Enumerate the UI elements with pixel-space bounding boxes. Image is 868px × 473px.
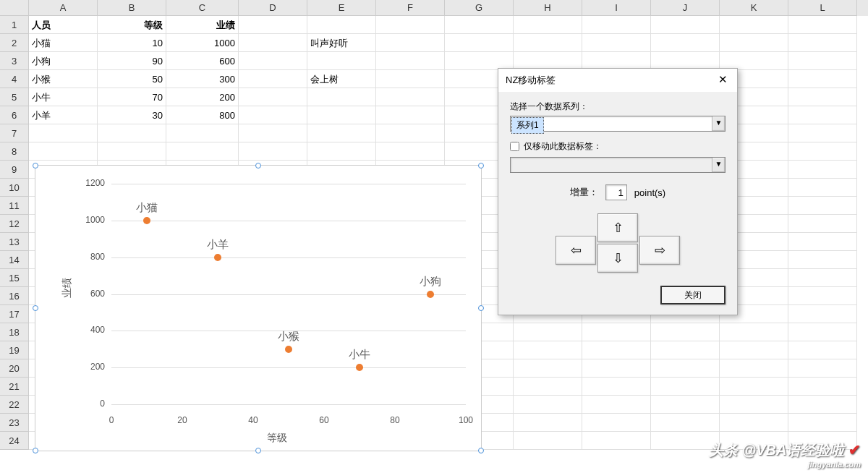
row-header-20[interactable]: 20: [0, 359, 29, 378]
data-label[interactable]: 小猴: [278, 330, 299, 344]
cell[interactable]: [514, 16, 582, 34]
cell[interactable]: [376, 124, 445, 142]
chart-object[interactable]: 业绩 等级 020040060080010001200020406080100小…: [35, 165, 482, 451]
row-header-16[interactable]: 16: [0, 287, 29, 305]
cell[interactable]: [788, 287, 857, 305]
resize-handle[interactable]: [33, 305, 38, 311]
row-header-19[interactable]: 19: [0, 341, 29, 359]
move-down-button[interactable]: ⇩: [597, 244, 638, 273]
cell-E3[interactable]: [307, 52, 376, 70]
col-header-J[interactable]: J: [651, 0, 720, 16]
col-header-K[interactable]: K: [720, 0, 788, 16]
cell[interactable]: [788, 251, 857, 269]
cell[interactable]: [788, 34, 857, 52]
cell[interactable]: [788, 179, 857, 197]
move-labels-dialog[interactable]: NZ移动标签 ✕ 选择一个数据系列： 系列1 ▼ 仅移动此数据标签： ▼ 增量：…: [498, 68, 738, 315]
cell[interactable]: [788, 197, 857, 215]
cell[interactable]: [239, 142, 307, 161]
cell-E4[interactable]: 会上树: [307, 70, 376, 88]
cell[interactable]: [582, 396, 651, 414]
cell[interactable]: [788, 124, 857, 142]
row-header-5[interactable]: 5: [0, 88, 29, 106]
row-header-12[interactable]: 12: [0, 215, 29, 233]
cell[interactable]: [651, 16, 720, 34]
cell[interactable]: [514, 414, 582, 432]
cell[interactable]: [788, 70, 857, 88]
col-header-G[interactable]: G: [445, 0, 514, 16]
cell[interactable]: [651, 414, 720, 432]
cell-E6[interactable]: [307, 106, 376, 124]
cell[interactable]: [376, 142, 445, 161]
cell[interactable]: [651, 359, 720, 378]
cell[interactable]: [720, 359, 788, 378]
row-header-1[interactable]: 1: [0, 16, 29, 34]
cell[interactable]: [788, 414, 857, 432]
row-header-3[interactable]: 3: [0, 52, 29, 70]
cell[interactable]: [582, 359, 651, 378]
cell[interactable]: [788, 106, 857, 124]
data-label[interactable]: 小牛: [349, 348, 370, 362]
chevron-down-icon[interactable]: ▼: [712, 158, 725, 172]
resize-handle[interactable]: [478, 305, 484, 311]
cell[interactable]: [788, 269, 857, 287]
only-this-label-checkbox[interactable]: [510, 142, 519, 151]
cell[interactable]: [788, 378, 857, 396]
col-header-A[interactable]: A: [29, 0, 98, 16]
dialog-titlebar[interactable]: NZ移动标签 ✕: [498, 69, 737, 92]
row-header-24[interactable]: 24: [0, 432, 29, 450]
row-header-13[interactable]: 13: [0, 233, 29, 251]
cell-A4[interactable]: 小猴: [29, 70, 98, 88]
close-icon[interactable]: ✕: [715, 73, 730, 88]
cell[interactable]: [788, 341, 857, 359]
cell-D1[interactable]: [239, 16, 307, 34]
cell-E2[interactable]: 叫声好听: [307, 34, 376, 52]
select-all-corner[interactable]: [0, 0, 29, 16]
cell[interactable]: [788, 323, 857, 341]
cell[interactable]: [307, 142, 376, 161]
cell-A6[interactable]: 小羊: [29, 106, 98, 124]
data-label[interactable]: 小狗: [420, 275, 441, 289]
cell[interactable]: [514, 359, 582, 378]
label-select[interactable]: ▼: [510, 157, 726, 173]
cell[interactable]: [720, 341, 788, 359]
cell[interactable]: [514, 432, 582, 450]
move-up-button[interactable]: ⇧: [597, 213, 638, 242]
cell[interactable]: [651, 396, 720, 414]
cell[interactable]: [651, 341, 720, 359]
move-left-button[interactable]: ⇦: [556, 236, 596, 265]
cell[interactable]: [445, 16, 514, 34]
cell-A2[interactable]: 小猫: [29, 34, 98, 52]
cell[interactable]: [720, 378, 788, 396]
row-header-17[interactable]: 17: [0, 305, 29, 323]
cell-D3[interactable]: [239, 52, 307, 70]
cell-D2[interactable]: [239, 34, 307, 52]
cell[interactable]: [788, 52, 857, 70]
cell-C5[interactable]: 200: [166, 88, 239, 106]
cell[interactable]: [788, 161, 857, 179]
row-header-11[interactable]: 11: [0, 197, 29, 215]
cell-B5[interactable]: 70: [98, 88, 166, 106]
row-header-8[interactable]: 8: [0, 142, 29, 161]
cell-B3[interactable]: 90: [98, 52, 166, 70]
cell[interactable]: [788, 305, 857, 323]
row-header-10[interactable]: 10: [0, 179, 29, 197]
cell[interactable]: [582, 378, 651, 396]
cell-D5[interactable]: [239, 88, 307, 106]
cell-D4[interactable]: [239, 70, 307, 88]
col-header-B[interactable]: B: [98, 0, 166, 16]
resize-handle[interactable]: [255, 448, 261, 453]
cell[interactable]: [376, 70, 445, 88]
data-point[interactable]: [143, 217, 150, 224]
resize-handle[interactable]: [478, 163, 484, 169]
cell[interactable]: [788, 88, 857, 106]
resize-handle[interactable]: [33, 163, 38, 169]
cell[interactable]: [98, 142, 166, 161]
cell[interactable]: [651, 378, 720, 396]
row-header-18[interactable]: 18: [0, 323, 29, 341]
row-header-2[interactable]: 2: [0, 34, 29, 52]
increment-input[interactable]: [605, 184, 627, 200]
cell[interactable]: [651, 323, 720, 341]
row-header-7[interactable]: 7: [0, 124, 29, 142]
cell-A1[interactable]: 人员: [29, 16, 98, 34]
cell[interactable]: [166, 124, 239, 142]
